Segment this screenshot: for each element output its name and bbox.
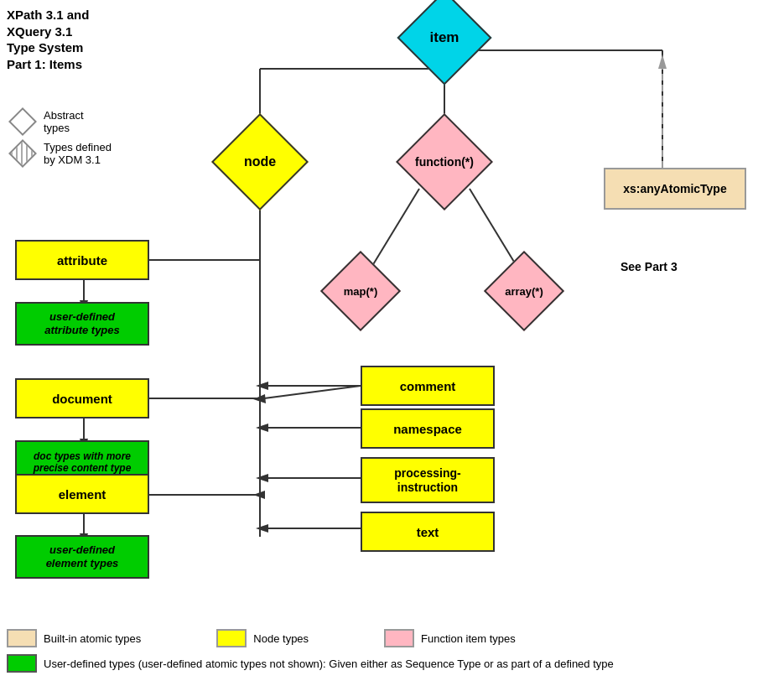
processing-node: processing-instruction [361, 457, 495, 503]
node-node: node [201, 124, 319, 200]
comment-node: comment [361, 366, 495, 406]
processing-label: processing-instruction [394, 466, 460, 495]
document-label: document [52, 392, 112, 406]
comment-label: comment [400, 379, 456, 393]
bottom-legend: Built-in atomic types Node types Functio… [7, 629, 777, 673]
built-in-swatch [7, 629, 37, 647]
namespace-label: namespace [393, 422, 462, 436]
text-label: text [417, 525, 439, 539]
function-types-label: Function item types [421, 632, 516, 645]
svg-marker-23 [253, 394, 266, 403]
node-types-swatch [216, 629, 247, 647]
function-node: function(*) [382, 124, 507, 200]
doc-types-label: doc types with moreprecise content type [34, 450, 132, 475]
svg-line-22 [264, 386, 361, 398]
svg-marker-30 [658, 55, 667, 69]
legend-built-in: Built-in atomic types [7, 629, 141, 647]
user-defined-swatch [7, 654, 37, 673]
legend-abstract: Abstracttypes [7, 109, 84, 134]
node-label: node [244, 154, 276, 169]
see-part3-label: See Part 3 [620, 260, 678, 273]
user-attr-label: user-definedattribute types [44, 310, 120, 336]
user-attr-node: user-definedattribute types [15, 302, 149, 346]
namespace-node: namespace [361, 408, 495, 449]
svg-marker-17 [256, 424, 268, 432]
legend-function-types: Function item types [384, 629, 516, 647]
xs-any-atomic-node: xs:anyAtomicType [604, 168, 746, 210]
legend-node-types: Node types [216, 629, 309, 647]
text-node: text [361, 512, 495, 552]
xdm-label: Types definedby XDM 3.1 [44, 141, 112, 166]
svg-marker-19 [256, 474, 268, 482]
legend-row2: User-defined types (user-defined atomic … [7, 654, 777, 673]
main-container: XPath 3.1 and XQuery 3.1 Type System Par… [0, 0, 784, 681]
map-label: map(*) [344, 285, 377, 298]
attribute-node: attribute [15, 240, 149, 280]
array-node: array(*) [474, 260, 574, 323]
page-title: XPath 3.1 and XQuery 3.1 Type System Par… [7, 7, 89, 72]
document-node: document [15, 378, 149, 418]
abstract-label: Abstracttypes [44, 109, 84, 134]
user-elem-label: user-definedelement types [46, 543, 119, 569]
function-types-swatch [384, 629, 414, 647]
legend-row1: Built-in atomic types Node types Functio… [7, 629, 777, 647]
attribute-label: attribute [57, 253, 107, 268]
user-elem-node: user-definedelement types [15, 535, 149, 579]
array-label: array(*) [505, 285, 543, 298]
function-label: function(*) [415, 155, 474, 169]
legend-xdm: Types definedby XDM 3.1 [7, 141, 112, 166]
xdm-diamond-icon [7, 143, 39, 164]
built-in-label: Built-in atomic types [44, 632, 141, 645]
xs-any-atomic-label: xs:anyAtomicType [623, 182, 726, 195]
svg-marker-24 [253, 491, 265, 499]
element-label: element [59, 487, 106, 502]
map-node: map(*) [310, 260, 411, 323]
item-label: item [430, 29, 459, 46]
user-defined-label: User-defined types (user-defined atomic … [44, 658, 614, 670]
node-types-label: Node types [253, 632, 309, 645]
svg-marker-21 [256, 524, 268, 533]
abstract-diamond-icon [7, 112, 39, 132]
svg-marker-15 [256, 382, 268, 390]
element-node: element [15, 474, 149, 514]
item-node: item [386, 4, 503, 71]
